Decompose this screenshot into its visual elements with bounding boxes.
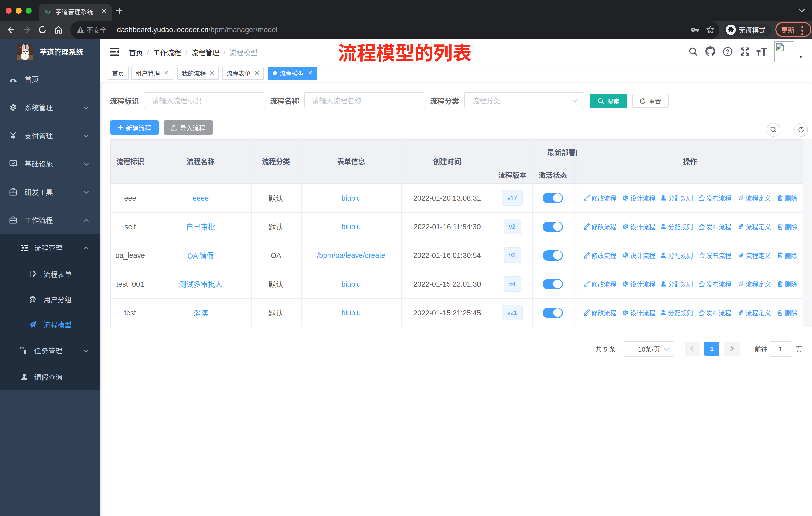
svg-text:?: ? — [726, 48, 729, 55]
